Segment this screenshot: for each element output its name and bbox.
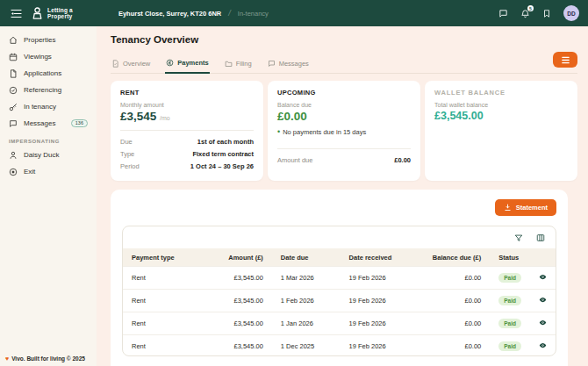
footer-text: Vivo. Built for living © 2025 bbox=[11, 355, 85, 362]
key-icon bbox=[9, 103, 18, 111]
document-icon bbox=[9, 69, 18, 78]
menu-icon bbox=[561, 56, 570, 64]
column-header: Date due bbox=[272, 248, 341, 267]
download-icon bbox=[504, 204, 512, 212]
summary-cards: RENT Monthly amount £3,545 /mo Due 1st o… bbox=[111, 81, 577, 181]
rent-card-title: RENT bbox=[120, 89, 254, 97]
upcoming-card-subtitle: Balance due bbox=[277, 102, 411, 108]
status-cell: Paid bbox=[490, 312, 530, 335]
payment-type-cell: Rent bbox=[123, 335, 219, 357]
table-row: Rent£3,545.001 Feb 202619 Feb 2026£0.00P… bbox=[123, 290, 556, 312]
view-details-eye-icon bbox=[539, 341, 547, 349]
rent-card: RENT Monthly amount £3,545 /mo Due 1st o… bbox=[111, 81, 263, 181]
sidebar-item-applications[interactable]: Applications bbox=[0, 65, 97, 82]
amount-cell: £3,545.00 bbox=[219, 267, 272, 290]
column-header: Payment type bbox=[123, 248, 219, 267]
topbar: Letting a Property Eyhurst Close, Surrey… bbox=[0, 0, 588, 26]
app-footer: ♥ Vivo. Built for living © 2025 bbox=[0, 355, 97, 366]
balance-due-cell: £0.00 bbox=[424, 267, 490, 290]
balance-due-cell: £0.00 bbox=[424, 335, 490, 357]
check-circle-icon bbox=[9, 86, 18, 95]
columns-icon[interactable] bbox=[536, 233, 545, 242]
filter-icon[interactable] bbox=[514, 233, 523, 242]
rent-amount: £3,545 /mo bbox=[120, 110, 254, 123]
payments-panel: Statement bbox=[111, 190, 568, 366]
avatar[interactable]: DD bbox=[563, 5, 579, 21]
view-payment-button[interactable] bbox=[530, 267, 556, 290]
date-received-cell: 19 Feb 2026 bbox=[341, 267, 424, 290]
wallet-card: WALLET BALANCE Total wallet balance £3,5… bbox=[425, 81, 577, 181]
sidebar-item-impersonated-user[interactable]: Daisy Duck bbox=[0, 147, 97, 163]
notifications-bell-icon[interactable]: 5 bbox=[520, 8, 530, 18]
property-address: Eyhurst Close, Surrey, KT20 6NR bbox=[118, 10, 221, 18]
column-header: Balance due (£) bbox=[424, 248, 490, 267]
wallet-card-title: WALLET BALANCE bbox=[434, 89, 568, 97]
tab-payments[interactable]: Payments bbox=[165, 59, 209, 74]
upcoming-balance-due: £0.00 bbox=[277, 110, 411, 123]
actions-menu-button[interactable] bbox=[553, 52, 577, 68]
bookmark-icon[interactable] bbox=[541, 8, 552, 18]
sidebar-item-viewings[interactable]: Viewings bbox=[0, 48, 97, 65]
statement-button[interactable]: Statement bbox=[495, 199, 556, 216]
view-payment-button[interactable] bbox=[530, 335, 556, 357]
payment-type-cell: Rent bbox=[123, 290, 219, 312]
breadcrumb-current: In-tenancy bbox=[238, 10, 269, 18]
date-received-cell: 19 Feb 2026 bbox=[341, 290, 424, 312]
main-content: Tenancy Overview Overview Payments Filin… bbox=[97, 26, 588, 366]
chat-icon bbox=[268, 60, 276, 68]
chat-icon bbox=[9, 119, 18, 128]
tab-filing[interactable]: Filing bbox=[224, 60, 253, 73]
balance-due-cell: £0.00 bbox=[424, 312, 490, 335]
app-window: Letting a Property Eyhurst Close, Surrey… bbox=[0, 0, 588, 366]
wallet-card-subtitle: Total wallet balance bbox=[434, 102, 568, 108]
view-payment-button[interactable] bbox=[530, 312, 556, 335]
page-title: Tenancy Overview bbox=[111, 34, 577, 45]
status-badge: Paid bbox=[498, 319, 521, 328]
home-icon bbox=[9, 36, 18, 45]
pound-circle-icon bbox=[166, 59, 174, 67]
heart-icon: ♥ bbox=[5, 355, 9, 362]
payments-table-card: Payment typeAmount (£)Date dueDate recei… bbox=[122, 226, 556, 356]
payment-type-cell: Rent bbox=[123, 312, 219, 335]
folder-icon bbox=[225, 60, 233, 68]
sidebar-item-messages[interactable]: Messages 136 bbox=[0, 115, 97, 132]
bullet-icon: • bbox=[277, 128, 280, 136]
payment-type-cell: Rent bbox=[123, 267, 219, 290]
upcoming-note: • No payments due in 15 days bbox=[277, 128, 411, 136]
status-badge: Paid bbox=[498, 273, 521, 283]
amount-due-row: Amount due £0.00 bbox=[277, 154, 411, 167]
date-due-cell: 1 Mar 2026 bbox=[272, 267, 341, 290]
overview-doc-icon bbox=[111, 60, 119, 68]
messages-count-badge: 136 bbox=[71, 119, 88, 128]
amount-cell: £3,545.00 bbox=[219, 290, 272, 312]
amount-cell: £3,545.00 bbox=[219, 335, 272, 357]
column-header: Amount (£) bbox=[219, 248, 272, 267]
status-cell: Paid bbox=[490, 267, 530, 290]
amount-cell: £3,545.00 bbox=[219, 312, 272, 335]
sidebar: Properties Viewings Applications Referen… bbox=[0, 26, 97, 366]
status-cell: Paid bbox=[490, 335, 530, 357]
collapse-sidebar-icon[interactable] bbox=[9, 6, 23, 20]
sidebar-item-referencing[interactable]: Referencing bbox=[0, 82, 97, 98]
tab-messages[interactable]: Messages bbox=[267, 60, 310, 73]
table-header: Payment typeAmount (£)Date dueDate recei… bbox=[123, 248, 556, 267]
calendar-icon bbox=[9, 53, 18, 61]
tab-overview[interactable]: Overview bbox=[111, 60, 151, 73]
chat-icon[interactable] bbox=[498, 8, 508, 18]
column-header: Date received bbox=[341, 248, 424, 267]
date-received-cell: 19 Feb 2026 bbox=[341, 312, 424, 335]
topbar-actions: 5 DD bbox=[498, 5, 579, 21]
view-details-eye-icon bbox=[539, 296, 547, 304]
app-logo[interactable]: Letting a Property bbox=[32, 7, 73, 20]
upcoming-card: UPCOMING Balance due £0.00 • No payments… bbox=[268, 81, 420, 181]
sidebar-item-exit[interactable]: Exit bbox=[0, 163, 97, 180]
breadcrumb: Eyhurst Close, Surrey, KT20 6NR / In-ten… bbox=[118, 9, 269, 18]
view-payment-button[interactable] bbox=[530, 290, 556, 312]
table-row: Rent£3,545.001 Jan 202619 Feb 2026£0.00P… bbox=[123, 312, 556, 335]
wallet-balance: £3,545.00 bbox=[434, 110, 568, 122]
sidebar-item-in-tenancy[interactable]: In tenancy bbox=[0, 98, 97, 115]
sidebar-item-properties[interactable]: Properties bbox=[0, 32, 97, 48]
breadcrumb-separator: / bbox=[228, 9, 231, 18]
date-due-cell: 1 Feb 2026 bbox=[272, 290, 341, 312]
logo-text: Letting a Property bbox=[47, 7, 73, 20]
